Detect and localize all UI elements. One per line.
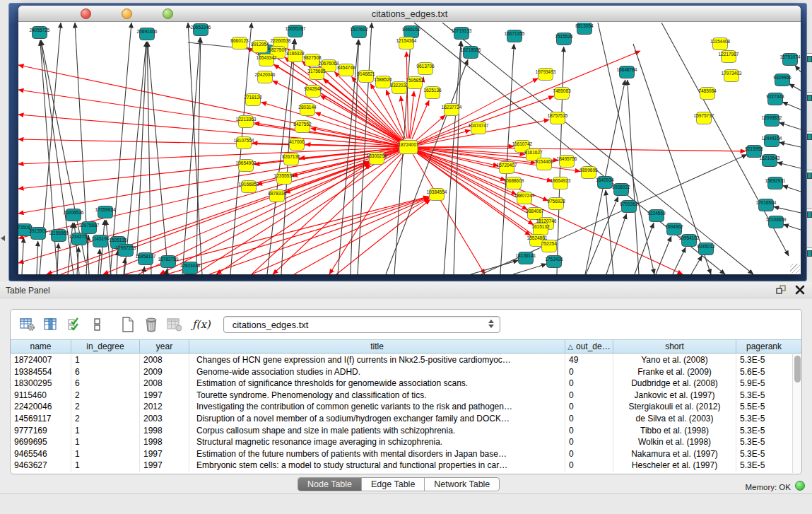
network-edge-directed-red[interactable]	[336, 199, 430, 274]
network-edge-directed-black[interactable]	[394, 40, 411, 274]
collapsed-panel-handle[interactable]	[1, 235, 5, 241]
network-edge-directed-black[interactable]	[673, 247, 686, 274]
table-scrollbar[interactable]	[792, 354, 801, 473]
select-rows-button[interactable]	[64, 315, 84, 334]
table-cell[interactable]: Jankovic et al. (1997)	[613, 390, 736, 402]
select-columns-button[interactable]	[41, 315, 61, 334]
table-cell[interactable]: 2008	[140, 354, 189, 366]
network-edge-directed-red[interactable]	[416, 51, 640, 144]
table-row[interactable]: 2242004622012Investigating the contribut…	[11, 401, 792, 413]
table-cell[interactable]: 9115460	[11, 390, 71, 402]
table-cell[interactable]: 1997	[140, 460, 189, 472]
network-edge-directed-black[interactable]	[57, 243, 59, 274]
table-cell[interactable]: 0	[565, 413, 613, 425]
table-cell[interactable]: Genome-wide association studies in ADHD.	[189, 366, 565, 378]
table-cell[interactable]: 5.3E-5	[736, 436, 792, 448]
table-cell[interactable]: Dudbridge et al. (2008)	[613, 378, 736, 390]
row-height-button[interactable]	[88, 315, 107, 334]
network-edge-directed-red[interactable]	[209, 197, 429, 274]
network-edge-directed-red[interactable]	[417, 146, 514, 147]
delete-column-button[interactable]	[141, 315, 161, 334]
table-cell[interactable]: Nakamura et al. (1997)	[613, 448, 736, 460]
table-cell[interactable]: 0	[565, 460, 613, 472]
network-edge-directed-black[interactable]	[598, 23, 654, 274]
column-header-year[interactable]: year	[140, 340, 189, 353]
table-cell[interactable]: 9465546	[11, 448, 71, 460]
table-cell[interactable]: Changes of HCN gene expression and I(f) …	[189, 354, 565, 366]
network-edge-directed-black[interactable]	[779, 142, 801, 147]
table-cell[interactable]: 49	[565, 354, 613, 366]
table-cell[interactable]: 0	[565, 436, 613, 448]
table-cell[interactable]: Corpus callosum shape and size in male p…	[189, 425, 565, 437]
table-cell[interactable]: 5.3E-5	[736, 425, 792, 437]
table-cell[interactable]: 1997	[140, 448, 189, 460]
network-edge-directed-red[interactable]	[18, 148, 400, 164]
table-cell[interactable]: Estimation of significance thresholds fo…	[189, 378, 565, 390]
table-cell[interactable]: 2012	[140, 401, 189, 413]
table-cell[interactable]: 0	[565, 390, 613, 402]
network-edge-directed-black[interactable]	[782, 102, 801, 110]
table-chooser-dropdown[interactable]: citations_edges.txt	[223, 316, 500, 333]
table-cell[interactable]: 0	[565, 378, 613, 390]
column-header-out_de[interactable]: △out_de…	[565, 340, 613, 353]
table-cell[interactable]: 18724007	[11, 354, 71, 366]
network-edge-directed-black[interactable]	[783, 224, 801, 230]
network-edge-directed-black[interactable]	[691, 256, 702, 274]
table-cell[interactable]: Structural magnetic resonance image aver…	[189, 436, 565, 448]
network-edge-directed-black[interactable]	[777, 163, 801, 168]
table-row[interactable]: 946362711997Embryonic stem cells: a mode…	[11, 460, 792, 472]
table-cell[interactable]: 1	[71, 436, 140, 448]
memory-status-indicator[interactable]	[795, 481, 805, 491]
table-cell[interactable]: 1998	[140, 425, 189, 437]
table-cell[interactable]: 1	[71, 460, 140, 472]
network-edge-directed-black[interactable]	[656, 236, 671, 274]
table-cell[interactable]: Stergiakouli et al. (2012)	[613, 401, 736, 413]
network-edge-directed-black[interactable]	[774, 206, 801, 213]
network-edge-directed-black[interactable]	[124, 42, 146, 274]
network-edge-directed-red[interactable]	[18, 149, 400, 238]
table-cell[interactable]: 9463627	[11, 460, 71, 472]
network-edge-directed-black[interactable]	[143, 267, 145, 274]
function-builder-button[interactable]: ƒ(x)	[192, 318, 211, 331]
table-settings-button[interactable]	[18, 315, 37, 334]
table-cell[interactable]: 2	[71, 413, 140, 425]
table-cell[interactable]: Yano et al. (2008)	[613, 354, 736, 366]
table-cell[interactable]: Embryonic stem cells: a model to study s…	[189, 460, 565, 472]
table-cell[interactable]: Disruption of a novel member of a sodium…	[189, 413, 565, 425]
network-edge-directed-black[interactable]	[782, 185, 801, 192]
table-cell[interactable]: 5.3E-5	[736, 448, 792, 460]
table-cell[interactable]: 9699695	[11, 436, 71, 448]
network-edge-directed-red[interactable]	[18, 115, 400, 146]
network-edge-directed-red[interactable]	[415, 115, 445, 141]
network-canvas[interactable]: 2405572520691406206533467957224106552871…	[18, 23, 801, 274]
table-cell[interactable]: Tibbo et al. (1998)	[613, 425, 736, 437]
table-row[interactable]: 977716911998Corpus callosum shape and si…	[11, 425, 792, 437]
network-edge-directed-black[interactable]	[22, 238, 23, 274]
table-row[interactable]: 969969511998Structural magnetic resonanc…	[11, 436, 792, 448]
table-cell[interactable]: 0	[565, 425, 613, 437]
new-column-button[interactable]	[118, 315, 138, 334]
table-cell[interactable]: Tourette syndrome. Phenomenology and cla…	[189, 390, 565, 402]
float-panel-icon[interactable]	[775, 284, 787, 296]
table-cell[interactable]: 1997	[140, 390, 189, 402]
table-cell[interactable]: 2008	[140, 378, 189, 390]
network-edge-directed-red[interactable]	[294, 199, 430, 274]
table-row[interactable]: 1872400712008Changes of HCN gene express…	[11, 354, 792, 366]
table-cell[interactable]: 1	[71, 448, 140, 460]
table-cell[interactable]: Hescheler et al. (1997)	[613, 460, 736, 472]
table-cell[interactable]: 0	[565, 401, 613, 413]
table-cell[interactable]: de Silva et al. (2003)	[613, 413, 736, 425]
table-cell[interactable]: 5.6E-5	[736, 366, 792, 378]
table-cell[interactable]: 2009	[140, 366, 189, 378]
table-cell[interactable]: 2003	[140, 413, 189, 425]
window-resize-grip[interactable]	[790, 264, 800, 274]
tab-edge-table[interactable]: Edge Table	[362, 478, 425, 491]
table-row[interactable]: 1456911722003Disruption of a novel membe…	[11, 413, 792, 425]
window-titlebar[interactable]: citations_edges.txt	[18, 6, 801, 22]
table-cell[interactable]: 18300295	[11, 378, 71, 390]
table-cell[interactable]: 6	[71, 366, 140, 378]
network-edge-directed-red[interactable]	[416, 96, 553, 144]
network-edge-directed-black[interactable]	[188, 42, 258, 50]
table-cell[interactable]: 0	[565, 366, 613, 378]
table-cell[interactable]: 14569117	[11, 413, 71, 425]
